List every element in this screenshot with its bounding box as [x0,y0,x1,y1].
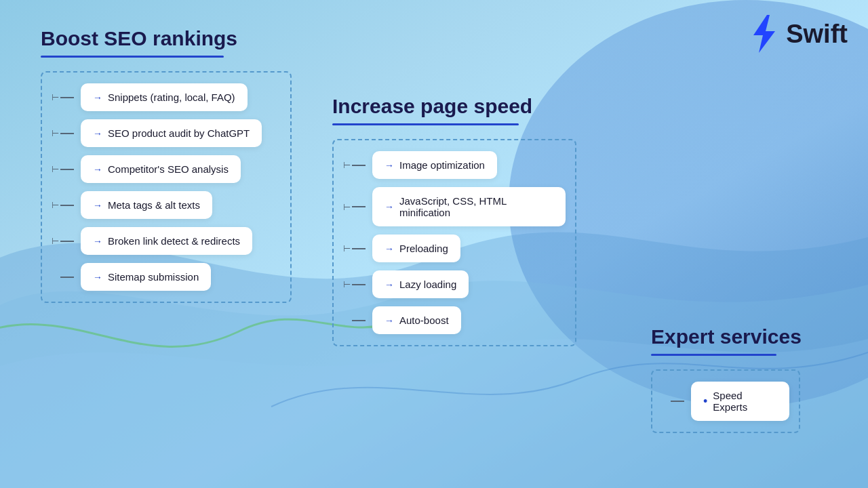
expert-services-title: Expert services [651,325,802,348]
connector-ps-1: ⊢ [343,160,368,170]
connector-6: ⊢ [52,272,77,282]
expert-services-box: ⊢ • Speed Experts [651,369,800,433]
item-lazy-loading[interactable]: → Lazy loading [372,270,469,298]
item-sitemap[interactable]: → Sitemap submission [81,263,211,291]
item-chatgpt[interactable]: → SEO product audit by ChatGPT [81,119,262,147]
item-image-opt[interactable]: → Image optimization [372,151,497,179]
arrow-icon: → [384,201,394,212]
connector-ps-2: ⊢ [343,202,368,212]
logo-text: Swift [786,20,848,49]
list-item: ⊢ • Speed Experts [662,382,789,421]
arrow-icon: → [93,200,102,211]
arrow-icon: → [384,243,394,254]
page-speed-section: Increase page speed ⊢ → Image optimizati… [312,0,597,488]
connector-es-1: ⊢ [662,396,687,407]
list-item: ⊢ → Image optimization [343,151,566,179]
expert-services-section: Expert services ⊢ • Speed Experts [597,0,868,488]
svg-marker-2 [753,15,775,53]
list-item: ⊢ → Auto-boost [343,306,566,334]
expert-services-underline [651,354,776,356]
logo: Swift [747,14,848,54]
connector-ps-5: ⊢ [343,315,368,325]
list-item: ⊢ → Sitemap submission [52,263,281,291]
list-item: ⊢ → Preloading [343,235,566,262]
page-speed-title: Increase page speed [332,95,532,118]
connector-4: ⊢ [52,200,77,210]
item-speed-experts[interactable]: • Speed Experts [691,382,789,421]
list-item: ⊢ → Broken link detect & redirects [52,227,281,255]
seo-rankings-section: Boost SEO rankings ⊢ → Snippets (rating,… [0,0,312,488]
arrow-icon: → [384,315,394,326]
dot-icon: • [703,394,707,409]
seo-rankings-box: ⊢ → Snippets (rating, local, FAQ) ⊢ → SE… [41,71,292,303]
arrow-icon: → [93,236,102,247]
arrow-icon: → [93,92,102,103]
item-minification[interactable]: → JavaScript, CSS, HTML minification [372,187,566,226]
list-item: ⊢ → Competitor's SEO analysis [52,155,281,183]
arrow-icon: → [93,128,102,139]
connector-1: ⊢ [52,92,77,102]
arrow-icon: → [384,160,394,171]
connector-ps-4: ⊢ [343,279,368,289]
connector-2: ⊢ [52,128,77,138]
list-item: ⊢ → SEO product audit by ChatGPT [52,119,281,147]
list-item: ⊢ → Meta tags & alt texts [52,191,281,219]
arrow-icon: → [384,279,394,290]
seo-rankings-title: Boost SEO rankings [41,27,237,50]
connector-3: ⊢ [52,164,77,174]
logo-bolt-icon [747,14,781,54]
item-auto-boost[interactable]: → Auto-boost [372,306,461,334]
item-competitor-seo[interactable]: → Competitor's SEO analysis [81,155,241,183]
arrow-icon: → [93,272,102,283]
item-preloading[interactable]: → Preloading [372,235,460,262]
page-speed-box: ⊢ → Image optimization ⊢ → JavaScript, C… [332,139,576,346]
item-snippets[interactable]: → Snippets (rating, local, FAQ) [81,83,248,111]
list-item: ⊢ → Lazy loading [343,270,566,298]
seo-rankings-underline [41,56,224,58]
connector-5: ⊢ [52,236,77,246]
list-item: ⊢ → Snippets (rating, local, FAQ) [52,83,281,111]
item-broken-links[interactable]: → Broken link detect & redirects [81,227,252,255]
arrow-icon: → [93,164,102,175]
item-meta-tags[interactable]: → Meta tags & alt texts [81,191,212,219]
connector-ps-3: ⊢ [343,243,368,253]
page-speed-underline [332,123,519,125]
list-item: ⊢ → JavaScript, CSS, HTML minification [343,187,566,226]
